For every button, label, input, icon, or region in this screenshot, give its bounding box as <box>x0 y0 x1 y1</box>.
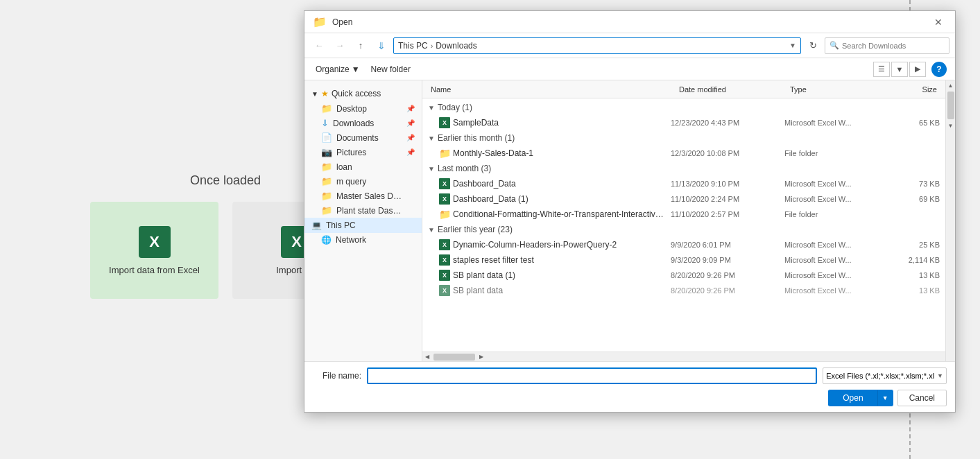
preview-pane-button[interactable]: ▶ <box>909 62 926 77</box>
file-date: 9/9/2020 6:01 PM <box>671 241 782 249</box>
file-type: Microsoft Excel W... <box>784 195 888 203</box>
open-button[interactable]: Open <box>829 390 877 406</box>
breadcrumb-bar[interactable]: This PC › Downloads ▼ <box>393 37 801 54</box>
search-input[interactable] <box>842 42 945 50</box>
file-size: 73 KB <box>891 180 940 188</box>
table-row[interactable]: X SB plant data (1) 8/20/2020 9:26 PM Mi… <box>422 268 945 283</box>
breadcrumb-downloads: Downloads <box>436 41 476 51</box>
excel-card-1[interactable]: X Import data from Excel <box>90 202 218 299</box>
open-dialog: 📁 Open ✕ ← → ↑ ⇓ This PC › Downloads ▼ ↻… <box>304 10 956 413</box>
today-chevron-icon: ▼ <box>428 104 435 112</box>
sidebar-item-this-pc[interactable]: 💻 This PC <box>304 218 422 233</box>
new-folder-button[interactable]: New folder <box>368 63 413 76</box>
hscroll-right-button[interactable]: ▶ <box>476 352 486 362</box>
this-pc-label: This PC <box>326 220 356 230</box>
view-details-button[interactable]: ☰ <box>873 62 890 77</box>
open-dropdown-button[interactable]: ▼ <box>877 390 893 406</box>
sidebar-item-master-sales[interactable]: 📁 Master Sales Dashb... <box>304 189 422 203</box>
folder-file-icon: 📁 <box>439 209 450 220</box>
table-row[interactable]: X Dashboard_Data (1) 11/10/2020 2:24 PM … <box>422 191 945 207</box>
back-button[interactable]: ← <box>310 37 328 55</box>
group-earlier-month[interactable]: ▼ Earlier this month (1) <box>422 130 945 146</box>
col-header-name[interactable]: Name <box>428 85 676 94</box>
file-name: Conditional-Formatting-White-or-Transpar… <box>453 209 668 219</box>
file-date: 12/23/2020 4:43 PM <box>671 119 782 127</box>
file-date: 11/10/2020 2:24 PM <box>671 195 782 203</box>
folder-file-icon: 📁 <box>439 148 450 159</box>
file-date: 11/10/2020 2:57 PM <box>671 210 782 218</box>
col-header-size[interactable]: Size <box>891 85 940 94</box>
sidebar-item-pictures[interactable]: 📷 Pictures 📌 <box>304 145 422 159</box>
hscroll-thumb[interactable] <box>433 354 475 361</box>
vertical-scrollbar[interactable]: ▲ ▼ <box>945 80 955 361</box>
sidebar-item-loan[interactable]: 📁 loan <box>304 159 422 174</box>
scrollbar-up-button[interactable]: ▲ <box>946 80 956 90</box>
sidebar-quick-access[interactable]: ▼ ★ Quick access <box>304 86 422 101</box>
view-dropdown-button[interactable]: ▼ <box>891 62 908 77</box>
sidebar-desktop-label: Desktop <box>336 104 367 114</box>
documents-folder-icon: 📄 <box>321 132 332 143</box>
file-type: File folder <box>784 210 888 218</box>
cancel-button[interactable]: Cancel <box>897 390 947 406</box>
filetype-dropdown[interactable]: Excel Files (*.xl;*.xlsx;*.xlsm;*.xl ▼ <box>823 367 947 384</box>
file-date: 8/20/2020 9:26 PM <box>671 286 782 295</box>
col-header-date[interactable]: Date modified <box>676 85 787 94</box>
sidebar-item-mquery[interactable]: 📁 m query <box>304 174 422 189</box>
sidebar-item-desktop[interactable]: 📁 Desktop 📌 <box>304 101 422 116</box>
refresh-icon: ↻ <box>809 40 817 51</box>
file-name: Monthly-Sales-Data-1 <box>453 148 668 158</box>
pictures-pin-icon: 📌 <box>406 148 415 156</box>
horizontal-scrollbar[interactable]: ◀ ▶ <box>422 352 945 361</box>
scrollbar-down-button[interactable]: ▼ <box>946 121 956 130</box>
hscroll-left-button[interactable]: ◀ <box>422 352 432 362</box>
excel-file-icon: X <box>439 117 450 128</box>
excel-file-icon: X <box>439 254 450 266</box>
sidebar-item-documents[interactable]: 📄 Documents 📌 <box>304 130 422 145</box>
file-list-container: Name Date modified Type Size ▼ Today (1)… <box>422 80 945 361</box>
filename-input[interactable] <box>367 367 817 384</box>
sidebar-item-plant-state[interactable]: 📁 Plant state Dashboa... <box>304 203 422 218</box>
sidebar: ▼ ★ Quick access 📁 Desktop 📌 ⇓ Downloads… <box>304 80 422 361</box>
breadcrumb-separator: › <box>431 42 433 50</box>
group-earlier-year-label: Earlier this year (23) <box>438 225 513 234</box>
sidebar-item-downloads[interactable]: ⇓ Downloads 📌 <box>304 116 422 130</box>
table-row[interactable]: 📁 Conditional-Formatting-White-or-Transp… <box>422 207 945 222</box>
desktop-folder-icon: 📁 <box>321 103 332 114</box>
loan-folder-icon: 📁 <box>321 162 332 172</box>
table-row[interactable]: X SB plant data 8/20/2020 9:26 PM Micros… <box>422 283 945 298</box>
file-date: 12/3/2020 10:08 PM <box>671 149 782 157</box>
group-today[interactable]: ▼ Today (1) <box>422 100 945 115</box>
organize-button[interactable]: Organize ▼ <box>313 63 363 76</box>
up-button[interactable]: ↑ <box>352 37 370 55</box>
group-last-month[interactable]: ▼ Last month (3) <box>422 161 945 176</box>
scrollbar-thumb[interactable] <box>947 92 954 119</box>
table-row[interactable]: X Dashboard_Data 11/13/2020 9:10 PM Micr… <box>422 176 945 191</box>
table-row[interactable]: X SampleData 12/23/2020 4:43 PM Microsof… <box>422 115 945 130</box>
view-buttons: ☰ ▼ ▶ <box>873 62 926 77</box>
table-row[interactable]: X Dynamic-Column-Headers-in-PowerQuery-2… <box>422 237 945 252</box>
search-icon: 🔍 <box>829 41 839 50</box>
file-size: 69 KB <box>891 195 940 203</box>
refresh-button[interactable]: ↻ <box>804 37 822 55</box>
quick-access-label: Quick access <box>332 89 381 98</box>
sidebar-item-network[interactable]: 🌐 Network <box>304 233 422 247</box>
forward-button[interactable]: → <box>331 37 349 55</box>
file-size: 13 KB <box>891 271 940 279</box>
network-icon: 🌐 <box>321 235 332 245</box>
file-name: SB plant data (1) <box>453 270 668 280</box>
table-row[interactable]: X staples reset filter test 9/3/2020 9:0… <box>422 252 945 268</box>
dialog-close-button[interactable]: ✕ <box>930 14 947 31</box>
help-button[interactable]: ? <box>931 62 947 77</box>
sidebar-documents-label: Documents <box>336 133 379 143</box>
this-pc-icon: 💻 <box>311 220 322 230</box>
table-row[interactable]: 📁 Monthly-Sales-Data-1 12/3/2020 10:08 P… <box>422 146 945 161</box>
background-text: Once loaded <box>190 173 261 188</box>
sidebar-mquery-label: m query <box>336 177 366 187</box>
col-header-type[interactable]: Type <box>787 85 891 94</box>
excel-file-icon: X <box>439 193 450 205</box>
group-earlier-year[interactable]: ▼ Earlier this year (23) <box>422 222 945 237</box>
documents-pin-icon: 📌 <box>406 134 415 141</box>
excel-file-icon: X <box>439 178 450 189</box>
filename-row: File name: Excel Files (*.xl;*.xlsx;*.xl… <box>313 367 947 384</box>
download-indicator-button[interactable]: ⇓ <box>372 37 390 55</box>
